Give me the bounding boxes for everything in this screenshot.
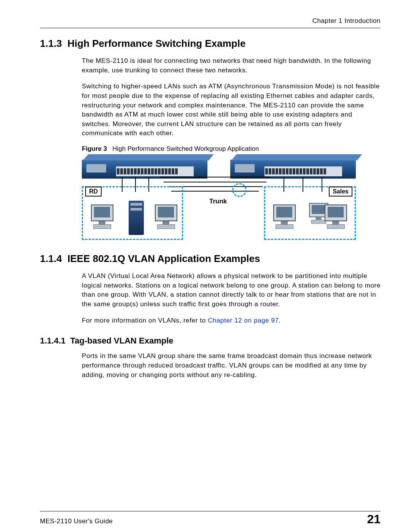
pc-icon — [320, 204, 351, 235]
pc-icon — [87, 204, 117, 235]
section-113-p1: The MES-2110 is ideal for connecting two… — [82, 56, 381, 75]
page-number: 21 — [367, 513, 381, 525]
chapter12-link[interactable]: Chapter 12 on page 97 — [208, 317, 279, 324]
figure3-diagram: Trunk RD Sales — [82, 156, 356, 243]
section-113-number: 1.1.3 — [40, 38, 62, 49]
switch-right-icon — [230, 160, 356, 179]
switch-left-icon — [82, 160, 207, 179]
section-114-p2-prefix: For more information on VLANs, refer to — [82, 317, 208, 324]
header-chapter: Chapter 1 Introduction — [40, 17, 381, 25]
section-113-title: High Performance Switching Example — [67, 38, 245, 49]
footer: MES-2110 User's Guide 21 — [40, 511, 381, 525]
section-1141-p1: Ports in the same VLAN group share the s… — [82, 351, 381, 380]
sales-group-icon: Sales — [264, 186, 356, 240]
section-114-number: 1.1.4 — [40, 253, 62, 264]
section-1141-heading: 1.1.4.1 Tag-based VLAN Example — [40, 336, 381, 346]
rd-group-icon: RD — [82, 186, 183, 240]
footer-guide: MES-2110 User's Guide — [40, 518, 113, 525]
section-113-heading: 1.1.3 High Performance Switching Example — [40, 38, 381, 50]
trunk-ring-icon — [232, 183, 247, 197]
rd-label: RD — [85, 187, 102, 197]
section-114-p2: For more information on VLANs, refer to … — [82, 316, 381, 326]
figure3-text: High Performance Switched Workgroup Appl… — [112, 145, 259, 152]
section-1141-title: Tag-based VLAN Example — [70, 336, 174, 345]
section-1141-number: 1.1.4.1 — [40, 336, 65, 345]
header-rule — [40, 28, 381, 28]
section-114-p2-suffix: . — [279, 317, 281, 324]
sales-label: Sales — [329, 187, 352, 197]
trunk-label: Trunk — [209, 198, 227, 205]
pc-icon — [269, 204, 299, 235]
figure3-caption: Figure 3 High Performance Switched Workg… — [82, 145, 381, 153]
figure3-label: Figure 3 — [82, 145, 107, 152]
pc-icon — [151, 204, 181, 235]
section-114-title: IEEE 802.1Q VLAN Application Examples — [67, 253, 260, 264]
server-tower-icon — [129, 201, 144, 235]
section-114-p1: A VLAN (Virtual Local Area Network) allo… — [82, 272, 381, 309]
section-114-heading: 1.1.4 IEEE 802.1Q VLAN Application Examp… — [40, 253, 381, 265]
section-113-p2: Switching to higher-speed LANs such as A… — [82, 82, 381, 138]
